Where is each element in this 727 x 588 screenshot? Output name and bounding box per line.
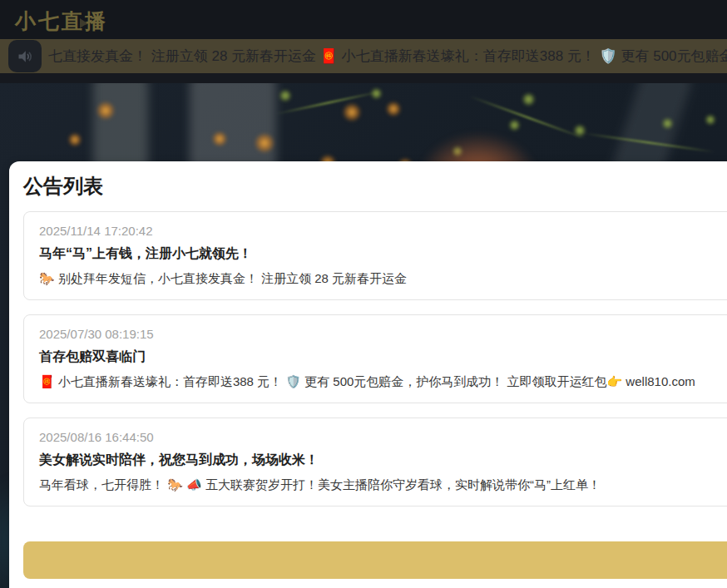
announcement-card[interactable]: 2025/11/14 17:20:42 马年“马”上有钱，注册小七就领先！ 🐎 …: [23, 211, 727, 300]
bokeh-light: [509, 120, 520, 131]
announcement-ticker[interactable]: 七直接发真金！ 注册立领 28 元新春开运金 🧧 小七直播新春送壕礼：首存即送3…: [0, 39, 727, 73]
announcement-title: 马年“马”上有钱，注册小七就领先！: [39, 245, 727, 263]
app-header: 小七直播: [0, 0, 727, 39]
announcement-content: 🧧 小七直播新春送壕礼：首存即送388 元！ 🛡️ 更有 500元包赔金，护你马…: [39, 374, 727, 390]
ticker-text: 七直接发真金！ 注册立领 28 元新春开运金 🧧 小七直播新春送壕礼：首存即送3…: [48, 39, 727, 73]
announcement-card[interactable]: 2025/07/30 08:19:15 首存包赔双喜临门 🧧 小七直播新春送壕礼…: [23, 314, 727, 403]
announcement-date: 2025/07/30 08:19:15: [39, 327, 727, 341]
bokeh-light: [96, 101, 115, 120]
site-logo[interactable]: 小七直播: [15, 7, 108, 35]
announcement-panel: 公告列表 2025/11/14 17:20:42 马年“马”上有钱，注册小七就领…: [9, 161, 727, 588]
bokeh-light: [343, 103, 361, 121]
bokeh-light: [705, 115, 715, 125]
bottom-action-bar[interactable]: [23, 541, 727, 579]
announcement-card[interactable]: 2025/08/16 16:44:50 美女解说实时陪伴，祝您马到成功，场场收米…: [23, 418, 727, 506]
announcement-title: 美女解说实时陪伴，祝您马到成功，场场收米！: [39, 452, 727, 469]
bokeh-light: [662, 118, 673, 129]
announcement-date: 2025/08/16 16:44:50: [39, 430, 727, 444]
header-divider: [0, 73, 727, 83]
announcement-content: 🐎 别处拜年发短信，小七直接发真金！ 注册立领 28 元新春开运金: [39, 271, 727, 287]
bokeh-light: [255, 133, 274, 153]
bokeh-light: [522, 93, 535, 106]
bokeh-light: [279, 90, 291, 101]
bokeh-light: [386, 101, 401, 116]
announcement-date: 2025/11/14 17:20:42: [39, 224, 727, 238]
announcement-content: 马年看球，七开得胜！ 🐎 📣 五大联赛贺岁开打！美女主播陪你守岁看球，实时解说带…: [39, 477, 727, 493]
page-title: 公告列表: [23, 173, 727, 200]
bokeh-light: [68, 133, 82, 146]
announcement-title: 首存包赔双喜临门: [39, 348, 727, 366]
speaker-icon: [8, 40, 42, 72]
bokeh-light: [212, 131, 227, 146]
play-icon: [80, 18, 87, 28]
firework-streak: [275, 91, 382, 116]
